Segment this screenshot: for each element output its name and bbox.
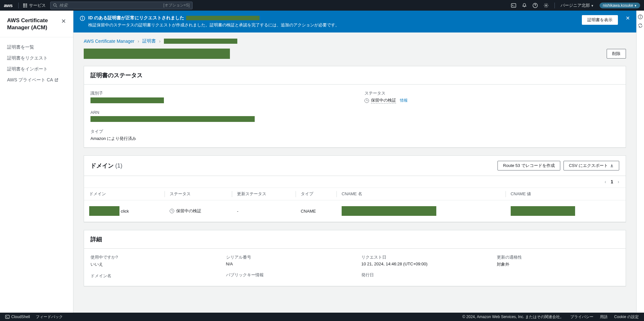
svg-point-7	[82, 17, 83, 17]
search-icon	[53, 3, 57, 7]
in-use-value: いいえ	[90, 261, 213, 267]
chevron-right-icon: ›	[137, 39, 139, 44]
col-type[interactable]: タイプ	[296, 188, 336, 200]
card-title-status: 証明書のステータス	[90, 71, 143, 79]
serial-label: シリアル番号	[226, 254, 349, 260]
view-certificate-button[interactable]: 証明書を表示	[582, 15, 618, 25]
page-prev-button[interactable]: ‹	[605, 179, 606, 184]
svg-rect-2	[511, 4, 516, 7]
close-sidebar-button[interactable]: ✕	[61, 18, 66, 25]
renewal-elig-label: 更新の適格性	[497, 254, 620, 260]
main-content: ID のある証明書が正常にリクエストされました 検証保留中のステータスの証明書リ…	[73, 11, 636, 313]
svg-line-1	[56, 6, 57, 7]
card-title-details: 詳細	[90, 235, 102, 243]
divider	[18, 3, 19, 8]
route53-create-record-button[interactable]: Route 53 でレコードを作成	[497, 161, 560, 170]
flash-description: 検証保留中のステータスの証明書リクエストが作成されました。証明書の検証と承認を完…	[88, 22, 575, 28]
export-csv-button[interactable]: CSV にエクスポート	[564, 161, 619, 170]
redacted-domain	[89, 206, 119, 216]
col-domain[interactable]: ドメイン	[84, 188, 165, 200]
svg-point-10	[640, 16, 640, 16]
requested-label: リクエスト日	[361, 254, 484, 260]
info-icon	[80, 16, 85, 21]
clock-icon	[170, 209, 174, 213]
divider	[0, 37, 73, 37]
in-use-label: 使用中ですか?	[90, 254, 213, 260]
info-panel-icon[interactable]	[638, 14, 643, 19]
col-cname-name[interactable]: CNAME 名	[336, 188, 506, 200]
redacted-cname-value	[511, 206, 575, 216]
divider	[554, 3, 555, 8]
row-type: CNAME	[296, 200, 336, 222]
redacted-cname-name	[342, 206, 436, 216]
sidebar-title: AWS Certificate Manager (ACM)	[7, 17, 59, 31]
row-renewal: -	[232, 200, 296, 222]
table-row: click 保留中の検証 - CNAME	[84, 200, 626, 222]
card-title-domains: ドメイン (1)	[90, 162, 122, 170]
sidebar-item-import-cert[interactable]: 証明書をインポート	[0, 64, 73, 75]
breadcrumb-certificates[interactable]: 証明書	[142, 38, 156, 44]
status-info-link[interactable]: 情報	[400, 98, 408, 103]
top-navigation: aws サービス 検索 [オプション+S] バージニア北部▼ nishikawa…	[0, 0, 644, 11]
svg-point-4	[545, 5, 547, 6]
external-link-icon	[54, 78, 58, 82]
svg-point-0	[53, 4, 56, 6]
refresh-panel-icon[interactable]	[638, 23, 643, 28]
cloudshell-icon[interactable]	[511, 3, 516, 8]
sidebar: AWS Certificate Manager (ACM) ✕ 証明書を一覧 証…	[0, 11, 73, 313]
domains-table: ドメイン ステータス 更新ステータス タイプ CNAME 名 CNAME 値	[84, 188, 626, 222]
download-icon	[610, 164, 614, 168]
success-flash-banner: ID のある証明書が正常にリクエストされました 検証保留中のステータスの証明書リ…	[73, 11, 636, 32]
services-menu-button[interactable]: サービス	[23, 3, 46, 8]
arn-label: ARN	[90, 110, 345, 115]
col-status[interactable]: ステータス	[165, 188, 232, 200]
sidebar-item-request-cert[interactable]: 証明書をリクエスト	[0, 53, 73, 64]
chevron-right-icon: ›	[159, 39, 161, 44]
col-renewal[interactable]: 更新ステータス	[232, 188, 296, 200]
domains-card: ドメイン (1) Route 53 でレコードを作成 CSV にエクスポート ‹…	[84, 155, 626, 222]
identifier-label: 識別子	[90, 90, 345, 96]
sidebar-item-private-ca[interactable]: AWS プライベート CA	[0, 75, 73, 86]
table-pagination: ‹ 1 ›	[84, 176, 626, 188]
flash-title-text: ID のある証明書が正常にリクエストされました	[88, 15, 184, 21]
services-label: サービス	[29, 3, 46, 8]
page-header: 削除	[84, 49, 626, 59]
notifications-icon[interactable]	[522, 3, 527, 8]
type-label: タイプ	[90, 129, 345, 134]
redacted-cert-id	[186, 16, 260, 20]
row-status: 保留中の検証	[170, 208, 227, 214]
details-card: 詳細 使用中ですか? いいえ ドメイン名 シリアル番号 N/A パブリックキー情…	[84, 230, 626, 286]
serial-value: N/A	[226, 261, 349, 266]
requested-value: 10 21, 2024, 14:46:28 (UTC+09:00)	[361, 261, 484, 266]
redacted-identifier	[90, 97, 164, 103]
redacted-page-title	[84, 49, 230, 59]
delete-button[interactable]: 削除	[607, 49, 626, 59]
status-value-pending: 保留中の検証 情報	[365, 97, 619, 104]
close-flash-button[interactable]: ✕	[626, 15, 630, 21]
certificate-status-card: 証明書のステータス 識別子 ARN タイプ Amazon により発行済み	[84, 66, 626, 148]
aws-logo[interactable]: aws	[4, 3, 13, 8]
sidebar-item-list-certs[interactable]: 証明書を一覧	[0, 42, 73, 53]
breadcrumb-root[interactable]: AWS Certificate Manager	[84, 39, 134, 44]
settings-icon[interactable]	[544, 3, 549, 8]
domain-name-label: ドメイン名	[90, 273, 213, 279]
info-side-panel	[636, 11, 644, 313]
issued-label: 発行日	[361, 272, 484, 278]
grid-icon	[23, 4, 27, 7]
search-input[interactable]: 検索 [オプション+S]	[50, 2, 193, 9]
domain-suffix: click	[121, 209, 129, 214]
region-selector[interactable]: バージニア北部▼	[561, 3, 594, 8]
breadcrumb: AWS Certificate Manager › 証明書 ›	[84, 38, 626, 44]
type-value: Amazon により発行済み	[90, 136, 345, 142]
redacted-arn	[90, 116, 255, 122]
page-next-button[interactable]: ›	[618, 179, 619, 184]
search-placeholder: 検索	[59, 3, 68, 8]
clock-icon	[365, 98, 369, 103]
col-cname-value[interactable]: CNAME 値	[506, 188, 626, 200]
status-label: ステータス	[365, 90, 619, 96]
search-shortcut-hint: [オプション+S]	[163, 3, 190, 8]
help-icon[interactable]	[533, 3, 538, 8]
user-menu[interactable]: nishikawa.kosuke▼	[600, 3, 640, 8]
pubkey-label: パブリックキー情報	[226, 272, 349, 278]
redacted-breadcrumb-id	[164, 39, 237, 44]
